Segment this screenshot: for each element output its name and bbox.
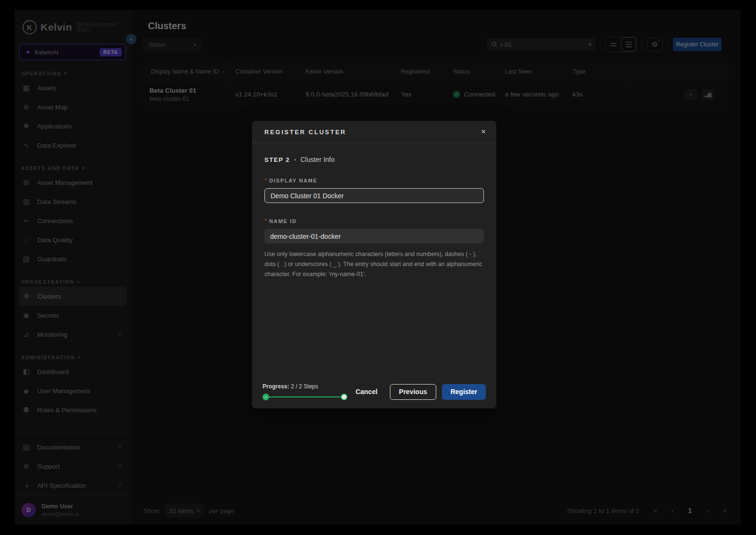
modal-header: REGISTER CLUSTER × bbox=[252, 121, 496, 143]
progress-step-done-icon: ✓ bbox=[262, 394, 269, 400]
step-label: STEP 2 bbox=[264, 156, 290, 163]
modal-body: STEP 2 • Cluster Info * DISPLAY NAME * N… bbox=[252, 143, 496, 375]
modal-footer: Progress: 2 / 2 Steps ✓ Cancel Previous … bbox=[252, 375, 496, 408]
progress-label: Progress: 2 / 2 Steps bbox=[262, 383, 349, 390]
register-button[interactable]: Register bbox=[442, 384, 486, 400]
name-id-field[interactable] bbox=[264, 229, 484, 244]
step-indicator: STEP 2 • Cluster Info bbox=[264, 156, 484, 163]
modal-title: REGISTER CLUSTER bbox=[264, 128, 346, 136]
name-id-label: * NAME ID bbox=[264, 217, 484, 225]
progress-step-current-icon bbox=[341, 394, 347, 400]
progress-line bbox=[265, 396, 345, 397]
progress-title: Progress: bbox=[262, 383, 289, 390]
display-name-label: * DISPLAY NAME bbox=[264, 177, 484, 184]
required-asterisk: * bbox=[264, 177, 267, 184]
previous-button[interactable]: Previous bbox=[390, 384, 436, 400]
name-id-help-text: Use only lowercase alphanumeric characte… bbox=[264, 249, 483, 279]
cancel-button[interactable]: Cancel bbox=[349, 388, 384, 396]
label-text: DISPLAY NAME bbox=[269, 178, 317, 183]
label-text: NAME ID bbox=[269, 218, 297, 224]
required-asterisk: * bbox=[264, 217, 267, 225]
progress-steps: 2 / 2 Steps bbox=[291, 383, 318, 390]
step-name: Cluster Info bbox=[300, 156, 335, 163]
progress-bar: ✓ bbox=[262, 394, 347, 400]
register-cluster-modal: REGISTER CLUSTER × STEP 2 • Cluster Info… bbox=[252, 121, 496, 408]
app-window: K Kelvin BETA Environment (DEV) ✦ Kelvin… bbox=[15, 10, 741, 524]
bullet-icon: • bbox=[294, 157, 296, 162]
display-name-field[interactable] bbox=[264, 188, 484, 203]
close-icon[interactable]: × bbox=[481, 127, 486, 137]
progress-indicator: Progress: 2 / 2 Steps ✓ bbox=[262, 383, 349, 400]
